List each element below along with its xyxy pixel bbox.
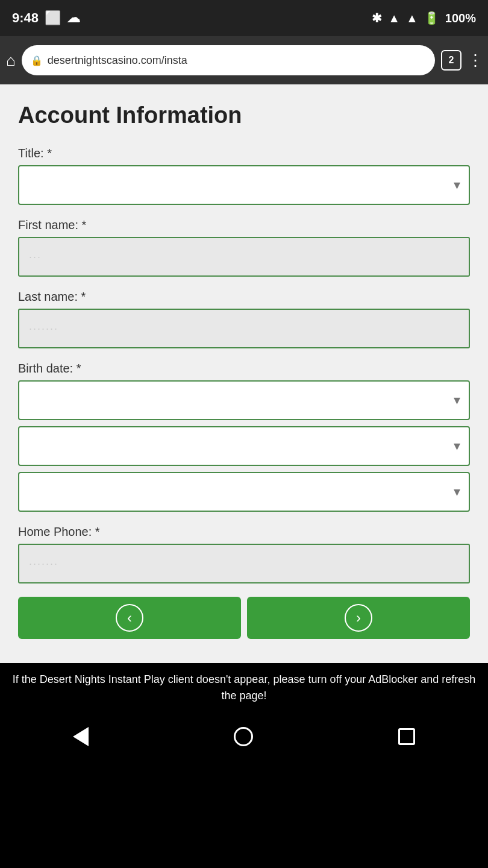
birth-date-label: Birth date: * — [18, 362, 470, 376]
nav-buttons: ‹ › — [18, 597, 470, 639]
back-arrow-icon: ‹ — [127, 609, 132, 626]
home-phone-field-group: Home Phone: * — [18, 525, 470, 583]
birth-date-field-group: Birth date: * January February March Apr… — [18, 362, 470, 512]
birth-month-wrapper: January February March April May June Ju… — [18, 380, 470, 420]
status-right: ✱ ▲ ▲ 🔋 100% — [372, 11, 476, 25]
browser-bar: ⌂ 🔒 desertnightscasino.com/insta 2 ⋮ — [0, 36, 488, 84]
tab-counter[interactable]: 2 — [441, 50, 461, 71]
url-bar[interactable]: 🔒 desertnightscasino.com/insta — [22, 45, 435, 75]
next-arrow-icon: › — [356, 609, 361, 626]
title-select-wrapper: Mr Mrs Ms Dr ▾ — [18, 165, 470, 205]
birth-year-select[interactable]: 1990 1991 — [18, 472, 470, 512]
birth-month-select[interactable]: January February March April May June Ju… — [18, 380, 470, 420]
page-title: Account Information — [18, 102, 470, 128]
title-select[interactable]: Mr Mrs Ms Dr — [18, 165, 470, 205]
birthdate-group: January February March April May June Ju… — [18, 380, 470, 512]
recents-square-icon — [398, 728, 415, 745]
lock-icon: 🔒 — [31, 55, 43, 66]
android-nav-bar — [0, 712, 488, 761]
last-name-input[interactable] — [18, 309, 470, 348]
title-field-group: Title: * Mr Mrs Ms Dr ▾ — [18, 146, 470, 205]
sync-icon: ☁ — [67, 10, 80, 26]
signal-icon: ▲ — [406, 11, 418, 25]
android-recents-button[interactable] — [398, 728, 415, 745]
next-button[interactable]: › — [247, 597, 470, 639]
screen-icon: ⬜ — [45, 10, 61, 26]
battery-percent: 100% — [445, 11, 476, 25]
back-circle: ‹ — [116, 604, 143, 632]
home-circle-icon — [234, 727, 253, 746]
page-content: Account Information Title: * Mr Mrs Ms D… — [0, 84, 488, 663]
last-name-field-group: Last name: * — [18, 290, 470, 348]
back-button[interactable]: ‹ — [18, 597, 241, 639]
android-back-button[interactable] — [73, 727, 89, 746]
more-options-button[interactable]: ⋮ — [468, 51, 482, 70]
battery-icon: 🔋 — [424, 11, 439, 25]
back-triangle-icon — [73, 727, 89, 746]
status-bar: 9:48 ⬜ ☁ ✱ ▲ ▲ 🔋 100% — [0, 0, 488, 36]
url-text: desertnightscasino.com/insta — [48, 54, 187, 67]
time-display: 9:48 — [12, 10, 39, 26]
home-phone-label: Home Phone: * — [18, 525, 470, 539]
bluetooth-icon: ✱ — [372, 11, 382, 25]
title-label: Title: * — [18, 146, 470, 160]
home-button[interactable]: ⌂ — [6, 51, 16, 70]
status-left: 9:48 ⬜ ☁ — [12, 10, 80, 26]
last-name-label: Last name: * — [18, 290, 470, 304]
birth-day-wrapper: 1 2 3 ▾ — [18, 426, 470, 466]
android-home-button[interactable] — [234, 727, 253, 746]
bottom-message: If the Desert Nights Instant Play client… — [0, 663, 488, 712]
home-phone-input[interactable] — [18, 544, 470, 583]
birth-year-wrapper: 1990 1991 ▾ — [18, 472, 470, 512]
first-name-field-group: First name: * — [18, 218, 470, 277]
next-circle: › — [345, 604, 372, 632]
first-name-label: First name: * — [18, 218, 470, 232]
first-name-input[interactable] — [18, 237, 470, 277]
wifi-icon: ▲ — [388, 11, 400, 25]
birth-day-select[interactable]: 1 2 3 — [18, 426, 470, 466]
